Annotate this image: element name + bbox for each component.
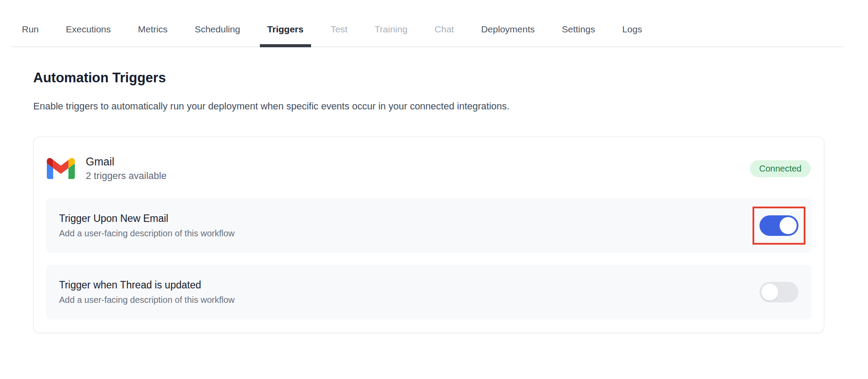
page-title: Automation Triggers — [33, 70, 824, 86]
trigger-title: Trigger Upon New Email — [59, 213, 234, 225]
tab-metrics[interactable]: Metrics — [138, 12, 168, 46]
trigger-text: Trigger when Thread is updated Add a use… — [59, 279, 234, 305]
status-badge: Connected — [750, 160, 811, 177]
tab-executions[interactable]: Executions — [66, 12, 111, 46]
trigger-text: Trigger Upon New Email Add a user-facing… — [59, 213, 234, 239]
tab-training[interactable]: Training — [374, 12, 407, 46]
tab-chat[interactable]: Chat — [434, 12, 454, 46]
annotation-highlight-box — [752, 207, 805, 245]
trigger-title: Trigger when Thread is updated — [59, 279, 234, 291]
tab-logs[interactable]: Logs — [622, 12, 642, 46]
tab-run[interactable]: Run — [22, 12, 39, 46]
integration-triggers-count: 2 triggers available — [86, 170, 167, 182]
trigger-row-new-email: Trigger Upon New Email Add a user-facing… — [46, 198, 812, 253]
tab-deployments[interactable]: Deployments — [481, 12, 535, 46]
integration-identity: Gmail 2 triggers available — [47, 155, 167, 182]
tab-settings[interactable]: Settings — [562, 12, 595, 46]
trigger-toggle-new-email[interactable] — [760, 215, 798, 236]
integration-card: Gmail 2 triggers available Connected Tri… — [33, 137, 824, 333]
trigger-description: Add a user-facing description of this wo… — [59, 295, 234, 305]
toggle-knob — [761, 284, 778, 301]
main-content: Automation Triggers Enable triggers to a… — [33, 70, 824, 333]
trigger-toggle-thread-updated[interactable] — [760, 282, 798, 302]
integration-card-header: Gmail 2 triggers available Connected — [46, 155, 812, 182]
tab-bar: Run Executions Metrics Scheduling Trigge… — [11, 0, 844, 47]
tab-test[interactable]: Test — [331, 12, 348, 46]
trigger-row-thread-updated: Trigger when Thread is updated Add a use… — [46, 265, 812, 319]
page-description: Enable triggers to automatically run you… — [33, 101, 824, 112]
integration-name: Gmail — [86, 155, 167, 168]
gmail-icon — [47, 158, 75, 179]
tab-triggers[interactable]: Triggers — [267, 12, 304, 46]
integration-titles: Gmail 2 triggers available — [86, 155, 167, 182]
tab-scheduling[interactable]: Scheduling — [195, 12, 240, 46]
toggle-knob — [780, 217, 797, 234]
trigger-description: Add a user-facing description of this wo… — [59, 228, 234, 239]
